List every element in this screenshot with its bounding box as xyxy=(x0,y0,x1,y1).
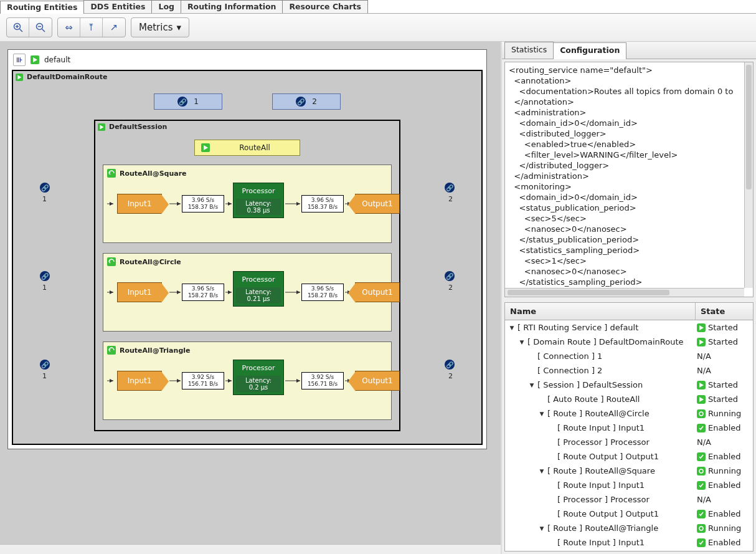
link-icon: 🔗 xyxy=(40,360,50,370)
tree-row[interactable]: ▼ [ RTI Routing Service ] default Starte… xyxy=(505,320,753,335)
tree-row-state: Running xyxy=(708,466,741,475)
processor[interactable]: ProcessorLatency:0.2 µs xyxy=(233,360,284,395)
session-box[interactable]: DefaultSession RouteAll RouteAll@Square xyxy=(94,120,400,431)
tree-row-label: [ Processor ] Processor xyxy=(557,437,650,447)
link-icon: 🔗 xyxy=(445,183,455,193)
route-box[interactable]: RouteAll@Circle 🔗 1 Input1 3.96 S/s158.2… xyxy=(103,253,392,332)
export-button[interactable]: ↗ xyxy=(103,18,125,37)
tree-row[interactable]: [ Connection ] 1 N/A xyxy=(505,349,753,363)
tree-row-label: [ Domain Route ] DefaultDomainRoute xyxy=(527,337,684,346)
tab-statistics[interactable]: Statistics xyxy=(504,42,554,59)
connection-2[interactable]: 🔗2 xyxy=(272,93,341,110)
fit-width-button[interactable]: ⇔ xyxy=(58,18,80,37)
horizontal-scrollbar[interactable] xyxy=(505,288,744,297)
auto-route-label: RouteAll xyxy=(216,143,293,152)
processor[interactable]: ProcessorLatency:0.21 µs xyxy=(233,271,284,307)
play-icon xyxy=(16,74,23,81)
tree-row[interactable]: [ Route Input ] Input1 Enabled xyxy=(505,535,753,550)
route-box[interactable]: RouteAll@Triangle 🔗 1 Input1 3.92 S/s156… xyxy=(103,341,392,420)
tab-routing-info[interactable]: Routing Information xyxy=(181,0,283,13)
tree-body[interactable]: ▼ [ RTI Routing Service ] default Starte… xyxy=(505,320,753,551)
play-icon xyxy=(697,381,706,389)
route-input[interactable]: Input1 xyxy=(117,194,162,214)
tab-dds-entities[interactable]: DDS Entities xyxy=(83,0,152,13)
domain-route-box[interactable]: DefaultDomainRoute 🔗1 🔗2 DefaultSession xyxy=(12,70,483,445)
disclosure-icon[interactable]: ▼ xyxy=(519,339,525,345)
link-icon: 🔗 xyxy=(40,271,50,281)
svg-rect-15 xyxy=(107,169,116,178)
check-icon xyxy=(697,538,706,547)
tree-row[interactable]: [ Auto Route ] RouteAll Started xyxy=(505,392,753,406)
tree-row[interactable]: ▼ [ Route ] RouteAll@Square Running xyxy=(505,464,753,478)
configuration-xml-viewer[interactable]: <routing_service name="default"> <annota… xyxy=(504,62,754,297)
tree-row[interactable]: [ Route Output ] Output1 Enabled xyxy=(505,507,753,521)
tree-row[interactable]: [ Processor ] Processor N/A xyxy=(505,492,753,507)
tree-row[interactable]: [ Processor ] Processor N/A xyxy=(505,435,753,449)
tree-row[interactable]: [ Connection ] 2 N/A xyxy=(505,363,753,378)
tree-row[interactable]: ▼ [ Domain Route ] DefaultDomainRoute St… xyxy=(505,335,753,349)
tree-row-state: Started xyxy=(708,337,738,346)
processor[interactable]: ProcessorLatency:0.38 µs xyxy=(233,183,284,218)
link-icon: 🔗 xyxy=(296,97,306,107)
tree-row[interactable]: ▼ [ Session ] DefaultSession Started xyxy=(505,378,753,392)
svg-rect-29 xyxy=(107,346,116,355)
check-icon xyxy=(697,510,706,518)
svg-line-1 xyxy=(19,29,22,32)
tree-row-state: N/A xyxy=(697,351,711,361)
running-icon xyxy=(107,169,116,178)
tab-log[interactable]: Log xyxy=(151,0,181,13)
play-icon xyxy=(697,338,706,346)
play-icon xyxy=(201,143,210,152)
tree-row-label: [ Route Input ] Input1 xyxy=(557,480,645,490)
tab-configuration[interactable]: Configuration xyxy=(553,42,626,59)
disclosure-icon[interactable]: ▼ xyxy=(529,382,535,388)
route-label: RouteAll@Circle xyxy=(120,258,181,266)
tree-row-state: N/A xyxy=(697,366,711,375)
route-output[interactable]: Output1 xyxy=(355,282,400,302)
port-left-num: 1 xyxy=(42,195,47,203)
zoom-in-button[interactable] xyxy=(7,18,29,37)
route-input[interactable]: Input1 xyxy=(117,282,162,302)
svg-marker-39 xyxy=(699,397,704,402)
port-right-num: 2 xyxy=(448,372,453,380)
tree-row[interactable]: ▼ [ Route ] RouteAll@Triangle Running xyxy=(505,521,753,535)
running-icon xyxy=(107,346,116,355)
svg-marker-38 xyxy=(699,383,704,388)
canvas-viewport[interactable]: ⊪ default DefaultDomainRoute 🔗1 🔗2 xyxy=(2,44,498,542)
disclosure-icon[interactable]: ▼ xyxy=(509,325,515,331)
tree-row-state: N/A xyxy=(697,437,711,447)
connection-1[interactable]: 🔗1 xyxy=(154,93,222,110)
fit-height-button[interactable]: ⤒ xyxy=(80,18,103,37)
tab-routing-entities[interactable]: Routing Entities xyxy=(0,1,84,14)
port-left-num: 1 xyxy=(42,372,47,380)
route-output[interactable]: Output1 xyxy=(355,194,400,214)
disclosure-icon[interactable]: ▼ xyxy=(539,468,545,474)
tree-row-state: Enabled xyxy=(708,480,741,490)
metrics-dropdown[interactable]: Metrics▾ xyxy=(131,18,189,37)
port-right-num: 2 xyxy=(448,284,453,292)
link-icon: 🔗 xyxy=(445,271,455,281)
route-box[interactable]: RouteAll@Square 🔗 1 Input1 3.96 S/s158.3… xyxy=(103,165,392,243)
auto-route-box[interactable]: RouteAll xyxy=(194,140,300,156)
tree-row[interactable]: [ Route Input ] Input1 Enabled xyxy=(505,478,753,492)
rate-out: 3.92 S/s156.71 B/s xyxy=(301,372,344,389)
horizontal-scrollbar[interactable] xyxy=(0,544,501,554)
tree-row[interactable]: [ Route Output ] Output1 Enabled xyxy=(505,449,753,464)
disclosure-icon[interactable]: ▼ xyxy=(539,525,545,532)
tree-row[interactable]: ▼ [ Route ] RouteAll@Circle Running xyxy=(505,406,753,421)
route-output[interactable]: Output1 xyxy=(355,371,400,391)
tree-row-state: Started xyxy=(708,380,738,389)
check-icon xyxy=(697,452,706,461)
vertical-scrollbar[interactable] xyxy=(744,62,753,288)
port-left-num: 1 xyxy=(42,284,47,292)
tab-resource-charts[interactable]: Resource Charts xyxy=(282,0,368,13)
tree-row-state: Running xyxy=(708,409,741,418)
route-input[interactable]: Input1 xyxy=(117,371,162,391)
tree-header-state[interactable]: State xyxy=(696,303,753,320)
play-icon xyxy=(98,123,105,131)
tree-row[interactable]: [ Route Input ] Input1 Enabled xyxy=(505,421,753,435)
tree-row-label: [ Route ] RouteAll@Circle xyxy=(547,409,650,418)
tree-header-name[interactable]: Name xyxy=(505,303,696,320)
disclosure-icon[interactable]: ▼ xyxy=(539,411,545,417)
zoom-out-button[interactable] xyxy=(29,18,52,37)
